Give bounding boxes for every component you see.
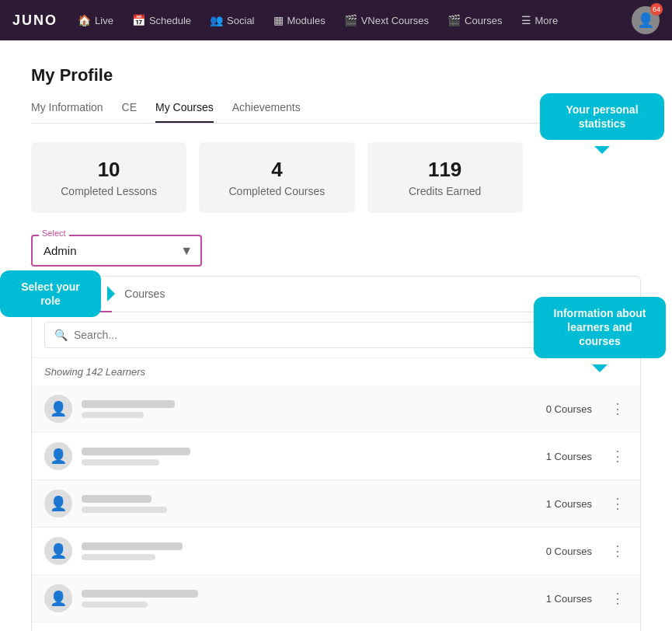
nav-schedule-label: Schedule <box>149 15 191 26</box>
tab-courses[interactable]: Courses <box>112 277 177 312</box>
learner-row: 👤 1 Courses ⋮ <box>32 574 640 622</box>
learner-courses-count: 1 Courses <box>546 451 592 462</box>
stat-courses-number: 4 <box>224 158 329 182</box>
learner-menu-icon[interactable]: ⋮ <box>608 397 628 420</box>
learner-courses-count: 1 Courses <box>546 593 592 605</box>
learner-info <box>82 448 537 465</box>
tooltip-role: Select your role <box>0 270 101 317</box>
page-title: My Profile <box>31 65 641 85</box>
nav-courses[interactable]: 🎬 Courses <box>440 9 510 31</box>
learner-info <box>82 495 537 513</box>
learner-menu-icon[interactable]: ⋮ <box>608 492 628 515</box>
role-select[interactable]: Admin Learner Instructor <box>31 235 202 267</box>
nav-vnext[interactable]: 🎬 VNext Courses <box>336 9 437 31</box>
learner-avatar: 👤 <box>44 395 72 423</box>
learner-row: 👤 1 Courses ⋮ <box>32 479 640 527</box>
tooltip-info: Information about learners and courses <box>534 297 666 358</box>
stat-lessons-number: 10 <box>56 158 162 182</box>
learner-menu-icon[interactable]: ⋮ <box>608 444 628 468</box>
learner-name-bar <box>82 590 198 598</box>
nav-live-label: Live <box>95 15 113 26</box>
learners-count: Showing 142 Learners <box>32 358 640 385</box>
learner-sub-bar <box>82 601 148 608</box>
learner-info <box>82 542 537 560</box>
learner-name-bar <box>82 542 183 550</box>
learner-row: 👤 0 Courses ⋮ <box>32 385 640 432</box>
learner-menu-icon[interactable]: ⋮ <box>608 539 628 563</box>
video-icon: 🎬 <box>344 14 357 26</box>
role-select-wrapper: Select Admin Learner Instructor ▼ <box>31 235 202 267</box>
calendar-icon: 📅 <box>132 14 145 26</box>
learner-courses-count: 0 Courses <box>546 403 592 415</box>
learner-row: 👤 0 Courses ⋮ <box>32 622 640 631</box>
user-avatar[interactable]: 👤 64 <box>632 6 660 34</box>
navbar: JUNO 🏠 Live 📅 Schedule 👥 Social ▦ Module… <box>0 0 672 40</box>
search-icon: 🔍 <box>54 329 68 341</box>
learner-name-bar <box>82 495 151 503</box>
learner-avatar: 👤 <box>44 584 72 612</box>
learner-info <box>82 590 537 608</box>
select-label: Select <box>39 228 69 238</box>
stat-credits-number: 119 <box>392 158 498 182</box>
learner-courses-count: 0 Courses <box>546 546 592 557</box>
nav-live[interactable]: 🏠 Live <box>70 9 121 31</box>
main-content: Your personal statistics Select your rol… <box>0 40 672 631</box>
learner-avatar: 👤 <box>44 442 72 470</box>
logo: JUNO <box>12 12 57 29</box>
learner-avatar: 👤 <box>44 537 72 565</box>
learner-menu-icon[interactable]: ⋮ <box>608 587 628 610</box>
nav-modules-label: Modules <box>287 15 326 26</box>
learner-sub-bar <box>82 554 155 560</box>
nav-more[interactable]: ☰ More <box>514 9 566 31</box>
learner-sub-bar <box>82 412 144 418</box>
learner-sub-bar <box>82 507 167 513</box>
people-icon: 👥 <box>210 14 223 26</box>
grid-icon: ▦ <box>273 14 284 26</box>
nav-schedule[interactable]: 📅 Schedule <box>124 9 199 31</box>
learner-row: 👤 1 Courses ⋮ <box>32 432 640 479</box>
stat-credits-label: Credits Earned <box>392 185 498 197</box>
nav-modules[interactable]: ▦ Modules <box>266 9 333 31</box>
nav-vnext-label: VNext Courses <box>361 15 429 26</box>
tab-ce[interactable]: CE <box>122 101 137 123</box>
nav-more-label: More <box>535 15 559 26</box>
learner-sub-bar <box>82 459 159 465</box>
learner-info <box>82 400 537 418</box>
nav-social-label: Social <box>227 15 254 26</box>
home-icon: 🏠 <box>78 14 91 26</box>
tooltip-stats: Your personal statistics <box>540 93 664 140</box>
learner-courses-count: 1 Courses <box>546 498 592 510</box>
stat-credits-earned: 119 Credits Earned <box>367 142 523 213</box>
learner-name-bar <box>82 448 190 455</box>
nav-social[interactable]: 👥 Social <box>202 9 262 31</box>
learner-avatar: 👤 <box>44 490 72 518</box>
tab-my-courses[interactable]: My Courses <box>155 101 214 123</box>
hamburger-icon: ☰ <box>521 14 531 26</box>
avatar-badge: 64 <box>650 3 663 16</box>
stat-completed-courses: 4 Completed Courses <box>199 142 354 213</box>
tab-achievements[interactable]: Achievements <box>232 101 301 123</box>
nav-courses-label: Courses <box>465 15 502 26</box>
learner-row: 👤 0 Courses ⋮ <box>32 527 640 574</box>
stat-completed-lessons: 10 Completed Lessons <box>31 142 186 213</box>
stat-courses-label: Completed Courses <box>224 185 329 197</box>
courses-icon: 🎬 <box>447 14 461 26</box>
learners-list: 👤 0 Courses ⋮ 👤 1 Courses ⋮ 👤 1 Courses … <box>32 385 640 631</box>
stats-row: 10 Completed Lessons 4 Completed Courses… <box>31 142 641 213</box>
learner-name-bar <box>82 400 175 408</box>
tab-my-information[interactable]: My Information <box>31 101 103 123</box>
stat-lessons-label: Completed Lessons <box>56 185 162 197</box>
